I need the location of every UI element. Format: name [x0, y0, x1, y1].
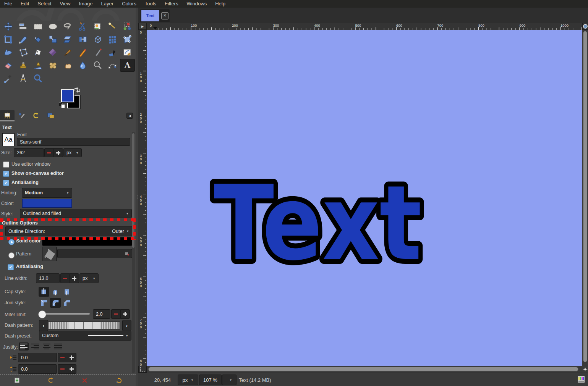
dock-tab-tool-options[interactable] — [0, 110, 15, 121]
plus-icon[interactable] — [70, 273, 79, 283]
pencil-tool-button[interactable] — [75, 46, 90, 59]
line-width-unit-select[interactable]: px — [79, 273, 99, 283]
heal-tool-button[interactable] — [45, 59, 60, 72]
menu-colors[interactable]: Colors — [118, 0, 141, 8]
menu-tools[interactable]: Tools — [141, 0, 160, 8]
align-tool-button[interactable] — [16, 20, 31, 33]
panel-divider[interactable] — [136, 8, 138, 386]
unified-transform-tool-button[interactable] — [16, 33, 31, 46]
shear-tool-button[interactable] — [60, 33, 75, 46]
menu-select[interactable]: Select — [33, 0, 55, 8]
menu-view[interactable]: View — [56, 0, 75, 8]
swap-colors-icon[interactable] — [74, 87, 81, 93]
pattern-radio[interactable] — [8, 252, 15, 258]
cap-butt-button[interactable] — [39, 287, 49, 297]
flip-tool-button[interactable] — [75, 33, 90, 46]
paintbrush-tool-button[interactable] — [60, 46, 75, 59]
on-canvas-editor-checkbox[interactable] — [3, 171, 9, 177]
crop-tool-button[interactable] — [1, 33, 16, 46]
clone-tool-button[interactable] — [16, 59, 31, 72]
rotate-tool-button[interactable] — [31, 33, 45, 46]
plus-icon[interactable] — [67, 364, 76, 374]
minus-icon[interactable] — [60, 273, 70, 283]
solid-color-radio[interactable] — [8, 239, 15, 245]
use-editor-checkbox[interactable] — [3, 162, 9, 168]
delete-preset-button[interactable] — [80, 376, 89, 385]
dodge-burn-tool-button[interactable] — [90, 59, 105, 72]
plus-icon[interactable] — [120, 309, 130, 319]
warp-tool-button[interactable] — [1, 46, 16, 59]
size-unit-select[interactable]: px — [63, 148, 82, 157]
miter-limit-field[interactable]: 2.0 — [93, 309, 110, 319]
dash-preset-select[interactable]: Custom — [39, 331, 131, 341]
free-select-tool-button[interactable] — [60, 20, 75, 33]
smudge-tool-button[interactable] — [60, 59, 75, 72]
foreground-select-tool-button[interactable] — [90, 20, 105, 33]
zoom-follow-window-button[interactable] — [582, 23, 588, 30]
fuzzy-select-tool-button[interactable] — [105, 20, 120, 33]
justify-center-button[interactable] — [42, 342, 52, 350]
join-round-button[interactable] — [50, 298, 61, 308]
font-preview-box[interactable]: Aa — [2, 133, 15, 146]
size-field[interactable]: 262 — [14, 148, 44, 157]
justify-left-button[interactable] — [19, 342, 29, 350]
zoom-select[interactable] — [222, 375, 236, 385]
minus-icon[interactable] — [44, 148, 53, 157]
vertical-scrollbar[interactable] — [582, 30, 588, 366]
mypaint-brush-tool-button[interactable] — [120, 46, 135, 59]
gradient-tool-button[interactable] — [45, 46, 60, 59]
outline-direction-select[interactable]: Outline Direction: Outer — [5, 226, 132, 236]
line-spacing-field[interactable]: 0.0 — [18, 364, 57, 374]
dock-tab-images[interactable] — [44, 110, 58, 121]
panel-menu-button[interactable]: ◀ — [126, 113, 133, 119]
justify-right-button[interactable] — [30, 342, 40, 350]
canvas[interactable]: Text — [147, 30, 582, 366]
text-tool-button[interactable]: A — [120, 59, 135, 72]
measure-tool-button[interactable] — [16, 72, 31, 85]
antialiasing-checkbox[interactable] — [3, 180, 9, 186]
foreground-color-swatch[interactable] — [61, 89, 74, 102]
style-select[interactable]: Outlined and filled — [20, 209, 132, 218]
horizontal-scrollbar[interactable] — [147, 366, 582, 373]
miter-limit-slider-knob[interactable] — [38, 310, 46, 318]
zoom-tool-button[interactable] — [31, 72, 45, 85]
justify-fill-button[interactable] — [53, 342, 63, 350]
plus-icon[interactable] — [53, 148, 63, 157]
dock-tab-undo-history[interactable] — [29, 110, 44, 121]
cap-square-button[interactable] — [62, 287, 72, 297]
ellipse-select-tool-button[interactable] — [45, 20, 60, 33]
menu-file[interactable]: File — [0, 0, 16, 8]
minus-icon[interactable] — [111, 309, 120, 319]
perspective-clone-tool-button[interactable] — [31, 59, 45, 72]
cage-transform-tool-button[interactable] — [16, 46, 31, 59]
airbrush-tool-button[interactable] — [90, 46, 105, 59]
scale-tool-button[interactable] — [45, 33, 60, 46]
font-name-field[interactable]: Sans-serif — [17, 138, 130, 146]
line-spacing-stepper[interactable] — [58, 364, 76, 374]
3d-transform-tool-button[interactable] — [90, 33, 105, 46]
menu-filters[interactable]: Filters — [160, 0, 182, 8]
dash-pattern-right-button[interactable]: › — [122, 320, 131, 331]
vertical-ruler[interactable]: 0100200300400500600700800 — [138, 30, 147, 366]
join-miter-button[interactable] — [39, 298, 49, 308]
pattern-field[interactable] — [57, 249, 132, 258]
eraser-tool-button[interactable] — [1, 59, 16, 72]
scissors-select-tool-button[interactable] — [75, 20, 90, 33]
image-tab[interactable]: Text ✕ — [140, 9, 170, 22]
zoom-field[interactable]: 107 % — [199, 375, 222, 385]
ink-tool-button[interactable] — [105, 46, 120, 59]
close-tab-icon[interactable]: ✕ — [161, 12, 168, 19]
menu-edit[interactable]: Edit — [16, 0, 33, 8]
dash-pattern-strip[interactable] — [48, 321, 120, 329]
plus-icon[interactable] — [67, 353, 76, 362]
indent-stepper[interactable] — [58, 353, 76, 362]
save-preset-button[interactable] — [12, 376, 21, 385]
line-width-stepper[interactable] — [60, 273, 79, 283]
menu-help[interactable]: Help — [211, 0, 230, 8]
outline-antialiasing-checkbox[interactable] — [8, 264, 14, 270]
text-color-button[interactable] — [22, 199, 72, 208]
default-colors-icon[interactable] — [59, 102, 65, 108]
restore-preset-button[interactable] — [46, 376, 55, 385]
unit-select[interactable]: px — [178, 375, 198, 385]
dash-pattern-left-button[interactable]: ‹ — [39, 320, 48, 331]
